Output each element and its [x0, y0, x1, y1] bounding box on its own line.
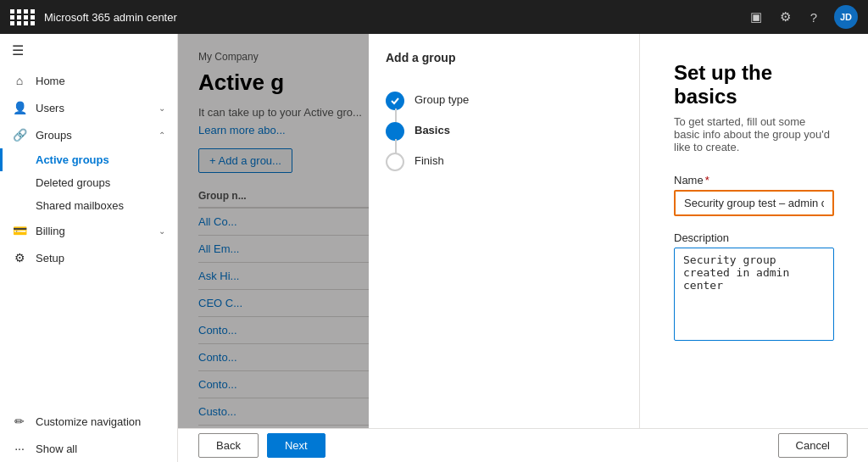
monitor-icon[interactable]: ▣ [748, 8, 765, 25]
sidebar-item-billing[interactable]: 💳 Billing ⌄ [0, 217, 177, 244]
step-basics: Basics [386, 115, 622, 146]
customize-icon: ✏ [12, 415, 27, 428]
step-circle-active [386, 122, 404, 141]
step-finish: Finish [386, 146, 622, 176]
app-title: Microsoft 365 admin center [44, 11, 739, 24]
sidebar-sub-label: Shared mailboxes [36, 199, 124, 212]
sidebar-sub-label: Active groups [36, 153, 109, 166]
panel-title: Set up the basics [674, 61, 834, 109]
dialog-left-panel: Add a group Group type Basics [369, 34, 640, 428]
sidebar-item-shared-mailboxes[interactable]: Shared mailboxes [0, 194, 177, 217]
help-icon[interactable]: ? [805, 8, 822, 25]
sidebar-item-label: Show all [36, 443, 165, 455]
sidebar-item-label: Customize navigation [36, 415, 165, 428]
next-button[interactable]: Next [267, 433, 326, 458]
sidebar-item-active-groups[interactable]: Active groups [0, 148, 177, 171]
step-circle-completed [386, 92, 404, 110]
main-content: My Company Active g It can take up to yo… [178, 34, 868, 462]
users-icon: 👤 [12, 101, 27, 114]
setup-icon: ⚙ [12, 251, 27, 264]
description-field-label: Description [674, 231, 834, 244]
step-label-group-type: Group type [415, 90, 469, 110]
dialog-title: Add a group [386, 51, 622, 64]
chevron-up-icon: ⌃ [159, 131, 165, 140]
description-textarea[interactable] [674, 248, 834, 341]
dialog-footer: Back Next Cancel [178, 428, 868, 462]
step-label-finish: Finish [415, 151, 444, 171]
name-input[interactable] [674, 190, 834, 216]
topbar-actions: ▣ ⚙ ? JD [748, 5, 858, 29]
chevron-down-icon: ⌄ [159, 103, 165, 113]
step-label-basics: Basics [415, 120, 450, 141]
dialog-right-panel: Set up the basics To get started, fill o… [640, 34, 868, 428]
sidebar-item-label: Users [36, 102, 150, 114]
sidebar-item-home[interactable]: ⌂ Home [0, 67, 177, 94]
sidebar-bottom: ✏ Customize navigation ··· Show all [0, 408, 177, 462]
groups-icon: 🔗 [12, 128, 27, 142]
sidebar-item-label: Billing [36, 225, 150, 237]
chevron-down-icon: ⌄ [159, 226, 165, 236]
name-field-label: Name* [674, 174, 834, 186]
steps-list: Group type Basics Finish [386, 85, 622, 176]
sidebar-item-users[interactable]: 👤 Users ⌄ [0, 94, 177, 121]
step-group-type: Group type [386, 85, 622, 115]
panel-description: To get started, fill out some basic info… [674, 115, 834, 153]
sidebar: ☰ ⌂ Home 👤 Users ⌄ 🔗 Groups ⌃ Active gro… [0, 34, 178, 462]
sidebar-item-label: Setup [36, 252, 165, 264]
back-button[interactable]: Back [198, 433, 259, 458]
settings-icon[interactable]: ⚙ [776, 8, 793, 25]
step-circle-inactive [386, 153, 404, 171]
sidebar-item-setup[interactable]: ⚙ Setup [0, 244, 177, 271]
sidebar-item-customize-navigation[interactable]: ✏ Customize navigation [0, 408, 177, 435]
more-icon: ··· [12, 442, 27, 455]
hamburger-icon[interactable]: ☰ [0, 34, 177, 67]
waffle-icon[interactable] [10, 9, 36, 25]
avatar[interactable]: JD [834, 5, 858, 29]
sidebar-item-groups[interactable]: 🔗 Groups ⌃ [0, 121, 177, 148]
sidebar-item-show-all[interactable]: ··· Show all [0, 435, 177, 462]
sidebar-sub-label: Deleted groups [36, 176, 110, 189]
billing-icon: 💳 [12, 224, 27, 237]
topbar: Microsoft 365 admin center ▣ ⚙ ? JD [0, 0, 868, 34]
sidebar-item-label: Groups [36, 129, 150, 142]
sidebar-item-deleted-groups[interactable]: Deleted groups [0, 171, 177, 194]
sidebar-item-label: Home [36, 75, 165, 87]
home-icon: ⌂ [12, 74, 27, 87]
cancel-button[interactable]: Cancel [778, 433, 848, 458]
